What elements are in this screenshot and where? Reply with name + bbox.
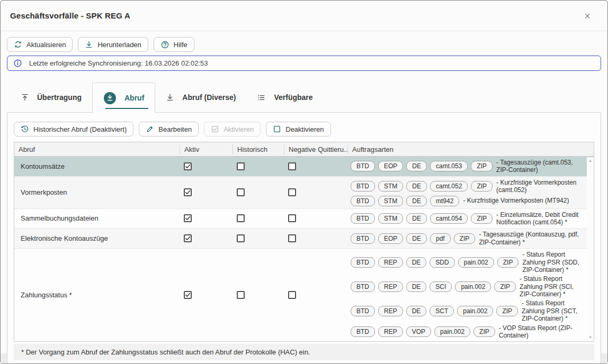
cell-historisch bbox=[233, 162, 284, 170]
auftragsart-tag: BTD bbox=[351, 233, 375, 244]
list-icon bbox=[257, 93, 266, 102]
sync-info-text: Letzte erfolgreiche Synchronisierung: 16… bbox=[29, 59, 208, 67]
cell-negative_quittierung bbox=[284, 234, 347, 242]
button-label: Historischer Abruf (Deaktiviert) bbox=[33, 125, 127, 133]
cell-auftragsarten: BTDSTMDEcamt.054ZIP - Einzelumsätze, Deb… bbox=[347, 209, 594, 229]
table-scrollbar[interactable]: ▲ ▼ bbox=[587, 157, 594, 341]
auftragsart-tag: DE bbox=[406, 281, 427, 292]
download-icon bbox=[85, 40, 93, 49]
cell-negative_quittierung bbox=[284, 162, 347, 170]
auftragsart-tag: DE bbox=[406, 306, 427, 316]
toolbar: Aktualisieren Herunterladen Hilfe bbox=[7, 37, 601, 52]
auftragsart-line: BTDEOPDEcamt.053ZIP - Tagesauszüge (camt… bbox=[351, 159, 585, 174]
tab-verfügbare[interactable]: Verfügbare bbox=[246, 83, 323, 112]
auftragsart-tag: SCT bbox=[430, 306, 454, 316]
auftragsart-line: BTDREPVOPpain.002ZIP - VOP Status Report… bbox=[351, 324, 585, 340]
tab-übertragung[interactable]: Übertragung bbox=[10, 83, 92, 112]
auftragsart-tag: camt.052 bbox=[430, 181, 468, 192]
bearbeiten-button[interactable]: Bearbeiten bbox=[139, 122, 199, 136]
auftragsart-line: BTDSTMDEcamt.052ZIP - Kurzfristige Vorme… bbox=[351, 179, 585, 194]
historischer-abruf-deaktiviert-button[interactable]: Historischer Abruf (Deaktiviert) bbox=[14, 122, 133, 136]
auftragsart-tag: camt.053 bbox=[430, 161, 468, 171]
checkbox-negative_quittierung[interactable] bbox=[288, 214, 296, 222]
column-header-abruf[interactable]: Abruf bbox=[14, 144, 180, 154]
help-icon bbox=[160, 40, 169, 49]
scroll-down-icon[interactable]: ▼ bbox=[588, 335, 592, 339]
checkbox-aktiv[interactable] bbox=[184, 234, 192, 242]
auftragsart-description: - Tagesauszüge (Kontoauszug, pdf, ZIP-Co… bbox=[479, 231, 585, 246]
checkbox-negative_quittierung[interactable] bbox=[288, 162, 296, 170]
dialog-geschaeftsvorfaelle: Geschäftsvorfälle - SPK REG A × Aktualis… bbox=[0, 0, 608, 364]
auftragsart-tag: DE bbox=[406, 161, 427, 171]
auftragsart-description: - Kurzfristige Vormerkposten (camt.052) bbox=[496, 179, 585, 194]
scroll-up-icon[interactable]: ▲ bbox=[588, 159, 592, 162]
auftragsart-tags: BTDREPDESCTpain.002ZIP bbox=[351, 306, 518, 316]
checkbox-aktiv[interactable] bbox=[184, 291, 192, 299]
auftragsart-tag: REP bbox=[378, 306, 403, 316]
auftragsart-tags: BTDSTMDEmt942 bbox=[351, 196, 459, 206]
auftragsart-tag: ZIP bbox=[471, 161, 493, 171]
herunterladen-button[interactable]: Herunterladen bbox=[78, 37, 148, 52]
checkbox-historisch[interactable] bbox=[237, 234, 245, 242]
aktivieren-button[interactable]: Aktivieren bbox=[204, 122, 261, 136]
auftragsart-tags: BTDEOPDEcamt.053ZIP bbox=[351, 161, 493, 171]
checkbox-negative_quittierung[interactable] bbox=[288, 188, 296, 196]
tab-abruf-diverse[interactable]: Abruf (Diverse) bbox=[155, 83, 246, 112]
cell-negative_quittierung bbox=[284, 188, 347, 196]
checkbox-historisch[interactable] bbox=[237, 214, 245, 222]
auftragsart-tag: STM bbox=[378, 196, 403, 206]
checkbox-historisch[interactable] bbox=[237, 291, 245, 299]
checkbox-aktiv[interactable] bbox=[184, 188, 192, 196]
column-header-label: Abruf bbox=[19, 145, 35, 153]
table-row-sammelbuchungsdateien[interactable]: Sammelbuchungsdateien BTDSTMDEcamt.054ZI… bbox=[14, 208, 594, 229]
abruf-table: Abruf Aktiv Historisch Negative Quittier… bbox=[14, 142, 594, 342]
auftragsart-tag: REP bbox=[378, 281, 403, 292]
upload-icon bbox=[21, 93, 29, 102]
table-row-zahlungsstatus[interactable]: Zahlungsstatus * BTDREPDESDDpain.002ZIP … bbox=[14, 248, 594, 341]
auftragsart-tag: BTD bbox=[351, 326, 375, 337]
auftragsart-line: BTDSTMDEmt942 - Kurzfristige Vormerkpost… bbox=[351, 196, 585, 206]
auftragsart-tag: ZIP bbox=[471, 181, 493, 192]
column-header-label: Historisch bbox=[237, 145, 267, 153]
checkbox-unchecked-icon bbox=[273, 125, 281, 133]
column-header-historisch[interactable]: Historisch bbox=[233, 144, 284, 154]
cell-auftragsarten: BTDSTMDEcamt.052ZIP - Kurzfristige Vorme… bbox=[347, 177, 594, 208]
aktualisieren-button[interactable]: Aktualisieren bbox=[7, 37, 73, 52]
tab-abruf[interactable]: Abruf bbox=[92, 83, 155, 113]
tab-strip: Übertragung Abruf Abruf (Diverse) Verfüg… bbox=[7, 83, 601, 112]
auftragsart-line: BTDREPDESDDpain.002ZIP - Status Report Z… bbox=[351, 251, 585, 274]
table-row-vormerkposten[interactable]: Vormerkposten BTDSTMDEcamt.052ZIP - Kurz… bbox=[14, 176, 594, 208]
auftragsart-line: BTDREPDESCIpain.002ZIP - Status Report Z… bbox=[351, 275, 585, 298]
auftragsart-tag: VOP bbox=[406, 326, 431, 337]
hilfe-button[interactable]: Hilfe bbox=[154, 37, 194, 52]
checkbox-historisch[interactable] bbox=[237, 162, 245, 170]
checkbox-aktiv[interactable] bbox=[184, 214, 192, 222]
checkbox-historisch[interactable] bbox=[237, 188, 245, 196]
cell-aktiv bbox=[180, 291, 233, 299]
checkbox-negative_quittierung[interactable] bbox=[288, 234, 296, 242]
download-circle-icon bbox=[103, 92, 117, 105]
auftragsart-tag: mt942 bbox=[430, 196, 459, 206]
button-label: Herunterladen bbox=[97, 41, 141, 49]
auftragsart-description: - Status Report Zahlung PSR (SCT, ZIP-Co… bbox=[522, 299, 585, 322]
column-header-aktiv[interactable]: Aktiv bbox=[180, 144, 233, 154]
close-icon[interactable]: × bbox=[581, 11, 598, 21]
checkbox-negative_quittierung[interactable] bbox=[288, 291, 296, 299]
pencil-icon bbox=[146, 125, 154, 133]
row-name: Kontoumsätze bbox=[14, 162, 180, 170]
button-label: Bearbeiten bbox=[158, 125, 192, 133]
deaktivieren-button[interactable]: Deaktivieren bbox=[266, 122, 330, 136]
auftragsart-tag: pain.002 bbox=[457, 306, 493, 316]
auftragsart-tag: ZIP bbox=[454, 233, 476, 244]
tab-label: Abruf (Diverse) bbox=[182, 93, 236, 102]
checkbox-aktiv[interactable] bbox=[184, 162, 192, 170]
table-row-kontoumsätze[interactable]: Kontoumsätze BTDEOPDEcamt.053ZIP - Tages… bbox=[14, 157, 594, 176]
auftragsart-tag: pain.002 bbox=[458, 257, 494, 268]
auftragsart-tag: ZIP bbox=[497, 257, 519, 268]
row-name: Sammelbuchungsdateien bbox=[14, 214, 180, 222]
cell-aktiv bbox=[180, 188, 233, 196]
column-header-negative-quittieru[interactable]: Negative Quittieru... bbox=[284, 144, 347, 154]
row-name: Zahlungsstatus * bbox=[14, 291, 180, 299]
column-header-auftragsarten[interactable]: Auftragsarten bbox=[347, 144, 594, 154]
table-row-elektronische-kontoauszüge[interactable]: Elektronische Kontoauszüge BTDEOPDEpdfZI… bbox=[14, 228, 594, 248]
